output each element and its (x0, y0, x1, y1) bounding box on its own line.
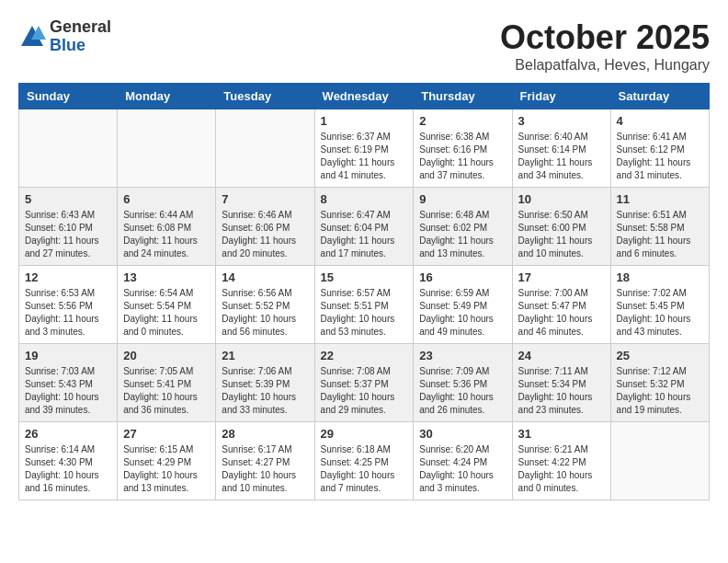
day-number: 18 (617, 270, 703, 284)
calendar-day-8: 8Sunrise: 6:47 AM Sunset: 6:04 PM Daylig… (314, 188, 414, 266)
calendar-week-row: 12Sunrise: 6:53 AM Sunset: 5:56 PM Dayli… (19, 266, 710, 344)
title-block: October 2025 Belapatfalva, Heves, Hungar… (500, 18, 710, 74)
day-number: 27 (123, 427, 210, 441)
day-number: 15 (321, 270, 408, 284)
day-number: 13 (123, 270, 210, 284)
day-info: Sunrise: 6:53 AM Sunset: 5:56 PM Dayligh… (25, 287, 111, 339)
day-info: Sunrise: 6:48 AM Sunset: 6:02 PM Dayligh… (419, 209, 506, 260)
logo-general-text: General (50, 18, 111, 37)
calendar-header-row: SundayMondayTuesdayWednesdayThursdayFrid… (19, 84, 710, 109)
month-title: October 2025 (500, 18, 710, 57)
day-info: Sunrise: 6:54 AM Sunset: 5:54 PM Dayligh… (123, 287, 210, 339)
day-info: Sunrise: 6:15 AM Sunset: 4:29 PM Dayligh… (123, 443, 210, 495)
calendar-day-27: 27Sunrise: 6:15 AM Sunset: 4:29 PM Dayli… (118, 422, 216, 500)
day-header-wednesday: Wednesday (314, 84, 414, 109)
day-info: Sunrise: 6:46 AM Sunset: 6:06 PM Dayligh… (222, 209, 308, 260)
calendar-table: SundayMondayTuesdayWednesdayThursdayFrid… (18, 83, 710, 500)
day-info: Sunrise: 7:00 AM Sunset: 5:47 PM Dayligh… (518, 287, 605, 339)
day-header-friday: Friday (512, 84, 610, 109)
day-info: Sunrise: 6:51 AM Sunset: 5:58 PM Dayligh… (617, 209, 703, 260)
calendar-empty-cell (118, 109, 216, 188)
calendar-day-18: 18Sunrise: 7:02 AM Sunset: 5:45 PM Dayli… (610, 266, 709, 344)
day-number: 12 (25, 270, 111, 284)
calendar-day-3: 3Sunrise: 6:40 AM Sunset: 6:14 PM Daylig… (512, 109, 610, 188)
calendar-day-10: 10Sunrise: 6:50 AM Sunset: 6:00 PM Dayli… (512, 188, 610, 266)
day-info: Sunrise: 6:18 AM Sunset: 4:25 PM Dayligh… (321, 443, 408, 495)
day-number: 1 (321, 114, 408, 128)
calendar-day-23: 23Sunrise: 7:09 AM Sunset: 5:36 PM Dayli… (414, 344, 512, 422)
calendar-day-4: 4Sunrise: 6:41 AM Sunset: 6:12 PM Daylig… (610, 109, 709, 188)
day-number: 29 (321, 427, 408, 441)
calendar-day-14: 14Sunrise: 6:56 AM Sunset: 5:52 PM Dayli… (216, 266, 314, 344)
day-header-thursday: Thursday (414, 84, 512, 109)
logo: General Blue (18, 18, 111, 55)
day-header-monday: Monday (118, 84, 216, 109)
calendar-day-22: 22Sunrise: 7:08 AM Sunset: 5:37 PM Dayli… (314, 344, 414, 422)
day-info: Sunrise: 6:56 AM Sunset: 5:52 PM Dayligh… (222, 287, 308, 339)
day-number: 28 (222, 427, 308, 441)
calendar-empty-cell (216, 109, 314, 188)
calendar-day-15: 15Sunrise: 6:57 AM Sunset: 5:51 PM Dayli… (314, 266, 414, 344)
calendar-day-9: 9Sunrise: 6:48 AM Sunset: 6:02 PM Daylig… (414, 188, 512, 266)
day-info: Sunrise: 6:21 AM Sunset: 4:22 PM Dayligh… (518, 443, 605, 495)
day-number: 11 (617, 192, 703, 206)
calendar-day-29: 29Sunrise: 6:18 AM Sunset: 4:25 PM Dayli… (314, 422, 414, 500)
day-info: Sunrise: 6:20 AM Sunset: 4:24 PM Dayligh… (419, 443, 506, 495)
day-info: Sunrise: 7:09 AM Sunset: 5:36 PM Dayligh… (419, 365, 506, 417)
day-info: Sunrise: 7:12 AM Sunset: 5:32 PM Dayligh… (617, 365, 703, 417)
day-header-tuesday: Tuesday (216, 84, 314, 109)
calendar-day-31: 31Sunrise: 6:21 AM Sunset: 4:22 PM Dayli… (512, 422, 610, 500)
calendar-day-1: 1Sunrise: 6:37 AM Sunset: 6:19 PM Daylig… (314, 109, 414, 188)
day-number: 25 (617, 349, 703, 362)
day-header-saturday: Saturday (610, 84, 709, 109)
calendar-day-17: 17Sunrise: 7:00 AM Sunset: 5:47 PM Dayli… (512, 266, 610, 344)
day-info: Sunrise: 6:37 AM Sunset: 6:19 PM Dayligh… (321, 131, 408, 182)
day-number: 16 (419, 270, 506, 284)
day-number: 3 (518, 114, 605, 128)
calendar-day-6: 6Sunrise: 6:44 AM Sunset: 6:08 PM Daylig… (118, 188, 216, 266)
logo-blue-text: Blue (50, 37, 111, 55)
calendar-empty-cell (19, 109, 118, 188)
calendar-day-28: 28Sunrise: 6:17 AM Sunset: 4:27 PM Dayli… (216, 422, 314, 500)
calendar-day-7: 7Sunrise: 6:46 AM Sunset: 6:06 PM Daylig… (216, 188, 314, 266)
calendar-day-16: 16Sunrise: 6:59 AM Sunset: 5:49 PM Dayli… (414, 266, 512, 344)
calendar-day-26: 26Sunrise: 6:14 AM Sunset: 4:30 PM Dayli… (19, 422, 118, 500)
calendar-day-11: 11Sunrise: 6:51 AM Sunset: 5:58 PM Dayli… (610, 188, 709, 266)
day-info: Sunrise: 7:05 AM Sunset: 5:41 PM Dayligh… (123, 365, 210, 417)
calendar-week-row: 19Sunrise: 7:03 AM Sunset: 5:43 PM Dayli… (19, 344, 710, 422)
location: Belapatfalva, Heves, Hungary (500, 57, 710, 74)
day-number: 20 (123, 349, 210, 362)
calendar-day-21: 21Sunrise: 7:06 AM Sunset: 5:39 PM Dayli… (216, 344, 314, 422)
day-number: 19 (25, 349, 111, 362)
day-number: 2 (419, 114, 506, 128)
day-number: 31 (518, 427, 605, 441)
day-header-sunday: Sunday (19, 84, 118, 109)
day-info: Sunrise: 7:11 AM Sunset: 5:34 PM Dayligh… (518, 365, 605, 417)
day-number: 5 (25, 192, 111, 206)
calendar-day-19: 19Sunrise: 7:03 AM Sunset: 5:43 PM Dayli… (19, 344, 118, 422)
calendar-day-12: 12Sunrise: 6:53 AM Sunset: 5:56 PM Dayli… (19, 266, 118, 344)
day-number: 23 (419, 349, 506, 362)
calendar-empty-cell (610, 422, 709, 500)
calendar-week-row: 5Sunrise: 6:43 AM Sunset: 6:10 PM Daylig… (19, 188, 710, 266)
day-number: 14 (222, 270, 308, 284)
day-number: 17 (518, 270, 605, 284)
day-info: Sunrise: 6:14 AM Sunset: 4:30 PM Dayligh… (25, 443, 111, 495)
day-number: 8 (321, 192, 408, 206)
day-number: 9 (419, 192, 506, 206)
day-info: Sunrise: 6:59 AM Sunset: 5:49 PM Dayligh… (419, 287, 506, 339)
calendar-day-30: 30Sunrise: 6:20 AM Sunset: 4:24 PM Dayli… (414, 422, 512, 500)
calendar-day-20: 20Sunrise: 7:05 AM Sunset: 5:41 PM Dayli… (118, 344, 216, 422)
day-info: Sunrise: 6:50 AM Sunset: 6:00 PM Dayligh… (518, 209, 605, 260)
page-header: General Blue October 2025 Belapatfalva, … (18, 18, 710, 74)
day-info: Sunrise: 6:44 AM Sunset: 6:08 PM Dayligh… (123, 209, 210, 260)
calendar-day-25: 25Sunrise: 7:12 AM Sunset: 5:32 PM Dayli… (610, 344, 709, 422)
day-info: Sunrise: 6:40 AM Sunset: 6:14 PM Dayligh… (518, 131, 605, 182)
calendar-day-24: 24Sunrise: 7:11 AM Sunset: 5:34 PM Dayli… (512, 344, 610, 422)
day-info: Sunrise: 6:43 AM Sunset: 6:10 PM Dayligh… (25, 209, 111, 260)
day-number: 21 (222, 349, 308, 362)
calendar-day-5: 5Sunrise: 6:43 AM Sunset: 6:10 PM Daylig… (19, 188, 118, 266)
day-number: 22 (321, 349, 408, 362)
calendar-day-2: 2Sunrise: 6:38 AM Sunset: 6:16 PM Daylig… (414, 109, 512, 188)
calendar-week-row: 1Sunrise: 6:37 AM Sunset: 6:19 PM Daylig… (19, 109, 710, 188)
